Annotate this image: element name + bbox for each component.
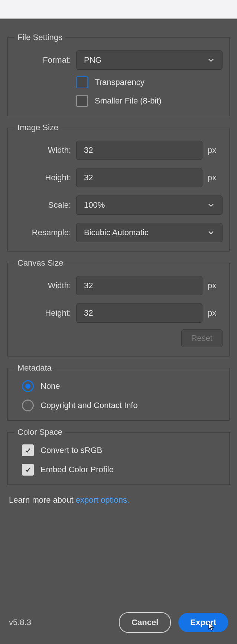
canvas-width-input[interactable]: 32: [76, 276, 202, 295]
resample-label: Resample:: [14, 228, 76, 237]
convert-srgb-label: Convert to sRGB: [40, 446, 102, 455]
canvas-width-label: Width:: [14, 281, 76, 290]
canvas-size-legend: Canvas Size: [14, 258, 66, 268]
smaller-file-label: Smaller File (8-bit): [95, 96, 162, 106]
scale-label: Scale:: [14, 200, 76, 210]
metadata-legend: Metadata: [14, 363, 55, 373]
canvas-size-group: Canvas Size Width: 32 px Height: 32 px R…: [7, 258, 230, 356]
height-value: 32: [84, 173, 93, 183]
color-space-legend: Color Space: [14, 427, 65, 437]
resample-select[interactable]: Bicubic Automatic: [76, 223, 223, 242]
export-button-label: Export: [190, 618, 216, 627]
metadata-copyright-radio[interactable]: [22, 400, 34, 411]
scale-value: 100%: [84, 200, 105, 210]
canvas-height-unit: px: [202, 308, 223, 318]
image-size-group: Image Size Width: 32 px Height: 32 px Sc…: [7, 123, 230, 252]
export-button[interactable]: Export: [178, 613, 228, 632]
format-label: Format:: [14, 55, 76, 65]
learn-prefix: Learn more about: [9, 495, 76, 505]
reset-button[interactable]: Reset: [181, 329, 223, 347]
embed-profile-label: Embed Color Profile: [40, 465, 114, 474]
learn-more-link[interactable]: export options.: [76, 495, 129, 505]
learn-more-text: Learn more about export options.: [9, 495, 228, 505]
export-panel: File Settings Format: PNG Transparency S…: [0, 19, 237, 505]
color-space-group: Color Space Convert to sRGB Embed Color …: [7, 427, 230, 485]
smaller-file-checkbox[interactable]: [76, 95, 88, 107]
file-settings-legend: File Settings: [14, 33, 65, 42]
cancel-button[interactable]: Cancel: [119, 612, 171, 633]
width-input[interactable]: 32: [76, 141, 202, 160]
canvas-width-unit: px: [202, 281, 223, 290]
metadata-none-label: None: [40, 381, 60, 391]
resample-value: Bicubic Automatic: [84, 228, 149, 237]
metadata-group: Metadata None Copyright and Contact Info: [7, 363, 230, 421]
chevron-down-icon: [207, 56, 215, 64]
canvas-height-label: Height:: [14, 308, 76, 318]
height-unit: px: [202, 173, 223, 183]
height-label: Height:: [14, 173, 76, 183]
file-settings-group: File Settings Format: PNG Transparency S…: [7, 33, 230, 116]
metadata-none-radio[interactable]: [22, 380, 34, 392]
width-label: Width:: [14, 145, 76, 155]
image-size-legend: Image Size: [14, 123, 61, 132]
transparency-label: Transparency: [95, 78, 145, 87]
transparency-checkbox[interactable]: [76, 76, 88, 88]
convert-srgb-checkbox[interactable]: [22, 444, 34, 456]
format-value: PNG: [84, 55, 102, 65]
scale-select[interactable]: 100%: [76, 196, 223, 215]
height-input[interactable]: 32: [76, 168, 202, 187]
width-value: 32: [84, 145, 93, 155]
title-bar: [0, 0, 237, 19]
width-unit: px: [202, 145, 223, 155]
footer-bar: v5.8.3 Cancel Export: [9, 612, 228, 633]
canvas-height-input[interactable]: 32: [76, 303, 202, 323]
chevron-down-icon: [207, 201, 215, 209]
chevron-down-icon: [207, 229, 215, 236]
format-select[interactable]: PNG: [76, 50, 223, 70]
version-label: v5.8.3: [9, 618, 31, 627]
canvas-width-value: 32: [84, 281, 93, 290]
canvas-height-value: 32: [84, 308, 93, 318]
metadata-copyright-label: Copyright and Contact Info: [40, 401, 138, 410]
embed-profile-checkbox[interactable]: [22, 464, 34, 476]
